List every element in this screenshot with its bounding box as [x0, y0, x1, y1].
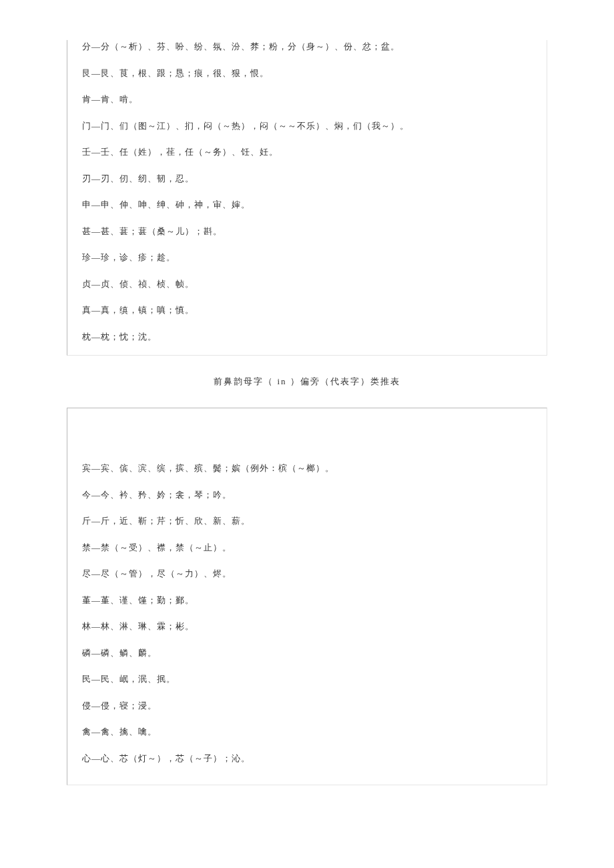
entry-line: 枕—枕；忱；沈。: [82, 330, 532, 344]
entry-line: 申—申、伸、呻、绅、砷，神，审、婶。: [82, 198, 532, 211]
entry-line: 艮—艮、茛，根、跟；恳；痕，很、狠，恨。: [82, 67, 532, 80]
entry-line: 壬—壬、任（姓），荏，任（～务）、饪、妊。: [82, 145, 532, 159]
entry-line: 尽—尽（～管），尽（～力）、烬。: [82, 567, 532, 580]
entry-line: 侵—侵，寝；浸。: [82, 699, 532, 713]
entry-line: 门—门、们（图～江）、扪，闷（～热），闷（～～不乐）、焖，们（我～）。: [82, 119, 532, 133]
entry-line: 磷—磷、鳞、麟。: [82, 646, 532, 660]
entry-line: 心—心、芯（灯～），芯（～子）；沁。: [82, 752, 532, 765]
entry-line: 禁—禁（～受）、襟，禁（～止）。: [82, 541, 532, 554]
entry-line: 禽—禽、擒、噙。: [82, 725, 532, 739]
entry-line: 肯—肯、啃。: [82, 93, 532, 106]
character-table-box-in: 宾—宾、傧、滨、缤，摈、殡、鬓；嫔（例外：槟（～榔）。 今—今、衿、矜、妗；衾，…: [67, 408, 547, 785]
entry-line: 贞—贞、侦、祯、桢、帧。: [82, 278, 532, 291]
section-title: 前鼻韵母字（ in ）偏旁（代表字）类推表: [67, 376, 547, 388]
entry-line: 民—民、岷，泯、抿。: [82, 673, 532, 686]
entry-line: 刃—刃、仞、纫、韧，忍。: [82, 172, 532, 185]
entry-line: 今—今、衿、矜、妗；衾，琴；吟。: [82, 488, 532, 502]
entry-line: 堇—堇、谨、馑；勤；鄞。: [82, 594, 532, 607]
entry-line: 林—林、淋、琳、霖；彬。: [82, 620, 532, 633]
entry-line: 宾—宾、傧、滨、缤，摈、殡、鬓；嫔（例外：槟（～榔）。: [82, 462, 532, 475]
character-table-box-en: 分—分（～析）、芬、吩、纷、氛、汾、棼；粉，分（身～）、份、忿；盆。 艮—艮、茛…: [67, 40, 547, 356]
entry-line: 珍—珍，诊、疹；趁。: [82, 251, 532, 264]
entry-line: 甚—甚、葚；葚（桑～儿）；斟。: [82, 225, 532, 238]
entry-line: 斤—斤，近、靳；芹；忻、欣、新、薪。: [82, 514, 532, 528]
entry-line: 真—真，缜，镇；嗔；慎。: [82, 304, 532, 317]
entry-line: 分—分（～析）、芬、吩、纷、氛、汾、棼；粉，分（身～）、份、忿；盆。: [82, 40, 532, 53]
